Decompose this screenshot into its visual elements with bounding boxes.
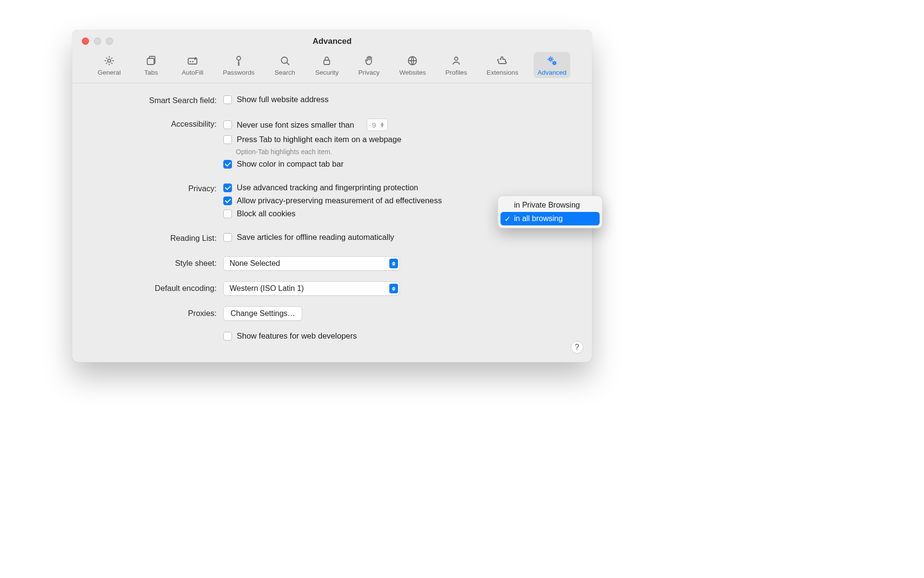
search-icon [279,55,291,66]
proxies-label: Proxies: [91,306,223,318]
help-button[interactable]: ? [571,341,583,354]
globe-icon [407,55,418,66]
tab-extensions[interactable]: Extensions [483,52,522,78]
checkbox-dev-features[interactable] [223,332,232,341]
tab-label: Extensions [487,69,518,76]
tab-label: Privacy [359,69,380,76]
checkbox-block-cookies[interactable] [223,210,232,218]
menu-item-private-browsing[interactable]: in Private Browsing [500,198,600,212]
tab-label: Passwords [223,69,255,76]
hand-icon [363,55,375,66]
smart-search-label: Smart Search field: [91,95,223,105]
min-font-stepper[interactable]: 9 ▲▼ [367,118,388,131]
accessibility-label: Accessibility: [91,118,223,129]
checkbox-min-font[interactable] [223,120,232,129]
style-sheet-popup[interactable]: None Selected [223,256,400,271]
button-label: Change Settings… [231,309,295,318]
svg-point-0 [108,59,111,62]
tab-label: Advanced [538,69,566,76]
hint-text: Option-Tab highlights each item. [236,148,573,156]
tab-label: Websites [399,69,426,76]
tab-label: AutoFill [181,69,203,76]
check-icon: ✓ [504,214,511,223]
tab-security[interactable]: Security [311,52,343,78]
checkbox-label: Use advanced tracking and fingerprinting… [237,183,418,192]
tab-label: Security [315,69,339,76]
question-icon: ? [575,343,579,352]
chevron-updown-icon [389,259,398,268]
gears-icon [546,55,558,66]
tab-general[interactable]: General [94,52,125,78]
autofill-icon [187,55,198,66]
tab-search[interactable]: Search [270,52,300,78]
encoding-label: Default encoding: [91,281,223,293]
chevron-updown-icon [389,284,398,293]
privacy-label: Privacy: [91,183,223,193]
reading-list-label: Reading List: [91,233,223,243]
tab-tabs[interactable]: Tabs [136,52,166,78]
popup-value: Western (ISO Latin 1) [230,284,304,293]
gear-icon [103,55,115,66]
menu-item-label: in all browsing [514,214,563,223]
chevron-updown-icon: ▲▼ [380,122,385,128]
tab-autofill[interactable]: AutoFill [178,52,207,78]
checkbox-press-tab[interactable] [223,135,232,144]
checkbox-compact-color[interactable] [223,160,232,169]
checkbox-label: Never use font sizes smaller than [237,120,354,130]
preferences-toolbar: General Tabs AutoFill Passwords [72,52,592,83]
checkbox-show-full-url[interactable] [223,95,232,104]
key-icon [233,55,244,66]
svg-point-8 [550,58,552,61]
puzzle-icon [497,55,508,66]
svg-rect-5 [324,60,330,65]
titlebar: Advanced [72,30,592,52]
person-icon [450,55,462,66]
tab-websites[interactable]: Websites [396,52,430,78]
tabs-icon [145,55,157,66]
tab-passwords[interactable]: Passwords [219,52,258,78]
checkbox-label: Show full website address [237,95,329,104]
menu-item-all-browsing[interactable]: ✓ in all browsing [500,212,600,225]
tab-label: Search [275,69,295,76]
checkbox-label: Save articles for offline reading automa… [237,233,394,242]
checkbox-label: Show color in compact tab bar [237,159,344,169]
checkbox-offline-reading[interactable] [223,233,232,242]
popup-value: None Selected [230,259,280,268]
window-title: Advanced [72,37,592,46]
preferences-window: Advanced General Tabs AutoFill [72,30,592,362]
checkbox-tracking-protection[interactable] [223,184,232,192]
checkbox-label: Show features for web developers [237,331,357,341]
tab-advanced[interactable]: Advanced [534,52,570,78]
tab-label: Tabs [144,69,158,76]
tab-label: General [98,69,121,76]
lock-icon [321,55,333,66]
menu-item-label: in Private Browsing [514,201,580,209]
checkbox-ad-measurement[interactable] [223,197,232,205]
encoding-popup[interactable]: Western (ISO Latin 1) [223,281,400,296]
tab-label: Profiles [446,69,467,76]
svg-point-9 [553,62,555,64]
tab-profiles[interactable]: Profiles [441,52,471,78]
svg-point-4 [281,57,287,64]
svg-point-7 [455,57,458,61]
svg-rect-1 [147,58,154,65]
checkbox-label: Block all cookies [237,209,295,218]
stepper-value: 9 [372,121,376,129]
svg-point-3 [237,56,241,60]
checkbox-label: Press Tab to highlight each item on a we… [237,135,401,144]
tracking-scope-menu: in Private Browsing ✓ in all browsing [498,196,603,228]
tab-privacy[interactable]: Privacy [354,52,384,78]
checkbox-label: Allow privacy-preserving measurement of … [237,196,442,205]
change-proxies-button[interactable]: Change Settings… [223,306,302,321]
style-sheet-label: Style sheet: [91,256,223,268]
